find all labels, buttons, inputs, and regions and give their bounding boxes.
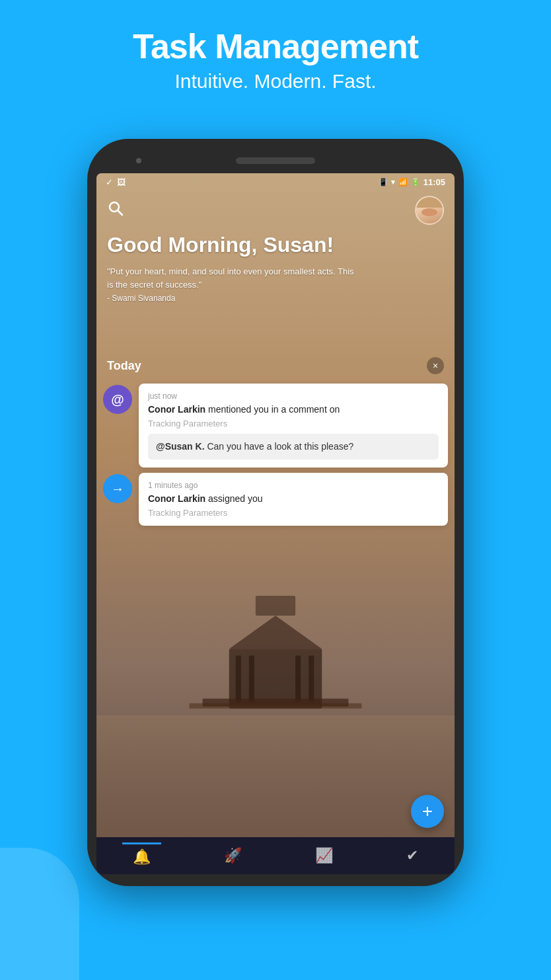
check-status-icon: ✓	[106, 177, 113, 187]
at-icon: @	[111, 392, 124, 407]
notification-item[interactable]: @ just now Conor Larkin mentioned you in…	[103, 384, 448, 468]
arrow-icon: →	[111, 481, 124, 497]
greeting-quote: "Put your heart, mind, and soul into eve…	[107, 265, 358, 291]
notification-item[interactable]: → 1 minutes ago Conor Larkin assigned yo…	[103, 473, 448, 526]
signal-icon: 📶	[398, 178, 408, 186]
clock: 11:05	[423, 177, 445, 187]
quote-author: - Swami Sivananda	[107, 294, 444, 303]
fab-add-button[interactable]: +	[411, 795, 444, 828]
assign-icon-circle: →	[103, 474, 132, 503]
user-avatar[interactable]	[415, 196, 444, 225]
nav-bell[interactable]: 🔔	[122, 842, 161, 870]
image-status-icon: 🖼	[117, 177, 126, 187]
hero-title: Task Management	[0, 26, 551, 66]
notification-card[interactable]: just now Conor Larkin mentioned you in a…	[139, 384, 448, 468]
chart-icon: 📈	[315, 847, 333, 864]
mention-icon-circle: @	[103, 385, 132, 414]
notif-timestamp-2: 1 minutes ago	[148, 481, 439, 490]
bell-icon: 🔔	[133, 848, 151, 866]
wifi-icon: ▾	[391, 178, 395, 186]
vibrate-icon: 📳	[379, 178, 388, 186]
search-button[interactable]	[107, 200, 124, 221]
app-header	[96, 190, 455, 230]
hero-section: Task Management Intuitive. Modern. Fast.	[0, 0, 551, 112]
notif-task-name-2: Tracking Parameters	[148, 508, 439, 518]
phone-device: ✓ 🖼 📳 ▾ 📶 🔋 11:05	[87, 139, 464, 886]
nav-rocket[interactable]: 🚀	[213, 843, 252, 868]
nav-check[interactable]: ✔	[396, 843, 429, 868]
mention-target: @Susan K.	[156, 441, 205, 452]
status-right-area: 📳 ▾ 📶 🔋 11:05	[379, 177, 445, 187]
greeting-section: Good Morning, Susan! "Put your heart, mi…	[107, 233, 444, 303]
today-bar: Today ×	[96, 352, 455, 380]
notif-timestamp: just now	[148, 391, 439, 401]
today-label: Today	[107, 359, 141, 373]
notification-card-2[interactable]: 1 minutes ago Conor Larkin assigned you …	[139, 473, 448, 526]
bottom-nav: 🔔 🚀 📈 ✔	[96, 837, 455, 874]
phone-top	[96, 151, 455, 171]
check-icon: ✔	[406, 847, 418, 864]
nav-chart[interactable]: 📈	[305, 843, 344, 868]
notif-comment: @Susan K. Can you have a look at this pl…	[148, 434, 439, 460]
battery-icon: 🔋	[411, 178, 420, 186]
notif-sender-2: Conor Larkin	[148, 493, 205, 504]
notifications-area[interactable]: @ just now Conor Larkin mentioned you in…	[96, 378, 455, 837]
status-bar: ✓ 🖼 📳 ▾ 📶 🔋 11:05	[96, 173, 455, 191]
svg-line-11	[118, 211, 123, 216]
speaker	[236, 157, 315, 164]
status-left-icons: ✓ 🖼	[106, 177, 126, 187]
phone-screen: ✓ 🖼 📳 ▾ 📶 🔋 11:05	[96, 173, 455, 874]
notif-sender: Conor Larkin	[148, 404, 205, 415]
camera	[136, 158, 141, 163]
close-button[interactable]: ×	[427, 357, 444, 374]
notif-body-2: Conor Larkin assigned you	[148, 493, 439, 506]
rocket-icon: 🚀	[224, 847, 242, 864]
greeting-title: Good Morning, Susan!	[107, 233, 444, 257]
avatar-hair	[416, 197, 443, 208]
avatar-face	[416, 197, 443, 224]
notif-task-name: Tracking Parameters	[148, 419, 439, 429]
deco-shape	[0, 848, 79, 980]
notif-body: Conor Larkin mentioned you in a comment …	[148, 403, 439, 417]
hero-subtitle: Intuitive. Modern. Fast.	[0, 70, 551, 93]
